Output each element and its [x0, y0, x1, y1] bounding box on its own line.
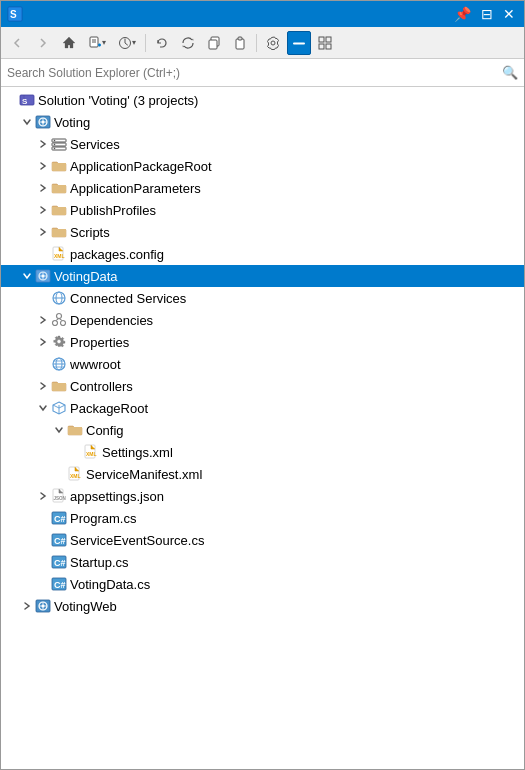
tree-item-dependencies[interactable]: Dependencies — [1, 309, 524, 331]
expand-icon-properties[interactable] — [35, 334, 51, 350]
settings-button[interactable] — [261, 31, 285, 55]
node-label-wwwroot: wwwroot — [70, 357, 121, 372]
expand-icon-votingdata[interactable] — [19, 268, 35, 284]
close-button[interactable]: ✕ — [500, 7, 518, 21]
title-bar: S 📌 ⊟ ✕ — [1, 1, 524, 27]
undo-button[interactable] — [150, 31, 174, 55]
svg-point-30 — [54, 144, 56, 146]
svg-point-44 — [61, 321, 66, 326]
expand-icon-voting[interactable] — [19, 114, 35, 130]
node-label-servicemanifest: ServiceManifest.xml — [86, 467, 202, 482]
node-icon-dependencies — [51, 312, 67, 328]
expand-icon-apppackageroot[interactable] — [35, 158, 51, 174]
expand-icon-solution — [3, 92, 19, 108]
node-label-controllers: Controllers — [70, 379, 133, 394]
expand-icon-publishprofiles[interactable] — [35, 202, 51, 218]
tree-item-votingdata-cs[interactable]: C# VotingData.cs — [1, 573, 524, 595]
node-icon-apppackageroot — [51, 158, 67, 174]
tree-item-votingweb[interactable]: VotingWeb — [1, 595, 524, 617]
tree-item-controllers[interactable]: Controllers — [1, 375, 524, 397]
tree-item-voting[interactable]: Voting — [1, 111, 524, 133]
tree-item-servicemanifest[interactable]: XML ServiceManifest.xml — [1, 463, 524, 485]
solution-explorer-icon: S — [7, 6, 23, 22]
node-label-settings: Settings.xml — [102, 445, 173, 460]
tree-item-wwwroot[interactable]: wwwroot — [1, 353, 524, 375]
node-label-serviceeventsource: ServiceEventSource.cs — [70, 533, 204, 548]
back-button[interactable] — [5, 31, 29, 55]
svg-rect-9 — [209, 40, 217, 49]
node-label-publishprofiles: PublishProfiles — [70, 203, 156, 218]
expand-icon-startup — [35, 554, 51, 570]
history-button[interactable]: ▾ — [113, 31, 141, 55]
svg-text:C#: C# — [54, 536, 66, 546]
svg-text:S: S — [22, 97, 28, 106]
node-icon-votingweb — [35, 598, 51, 614]
tree-item-startup[interactable]: C# Startup.cs — [1, 551, 524, 573]
tree-item-solution[interactable]: S Solution 'Voting' (3 projects) — [1, 89, 524, 111]
tree-item-serviceeventsource[interactable]: C# ServiceEventSource.cs — [1, 529, 524, 551]
svg-text:C#: C# — [54, 514, 66, 524]
expand-icon-dependencies[interactable] — [35, 312, 51, 328]
tree-item-apppackageroot[interactable]: ApplicationPackageRoot — [1, 155, 524, 177]
tree-item-connected[interactable]: Connected Services — [1, 287, 524, 309]
svg-line-54 — [53, 405, 59, 408]
node-label-startup: Startup.cs — [70, 555, 129, 570]
node-icon-wwwroot — [51, 356, 67, 372]
title-bar-controls: 📌 ⊟ ✕ — [451, 7, 518, 21]
tree-item-publishprofiles[interactable]: PublishProfiles — [1, 199, 524, 221]
node-icon-appsettings: JSON — [51, 488, 67, 504]
svg-line-45 — [56, 319, 59, 321]
expand-icon-packageroot[interactable] — [35, 400, 51, 416]
svg-line-55 — [59, 405, 65, 408]
node-icon-services — [51, 136, 67, 152]
expand-icon-votingweb[interactable] — [19, 598, 35, 614]
svg-rect-13 — [293, 42, 305, 44]
tree-item-services[interactable]: Services — [1, 133, 524, 155]
svg-text:XML: XML — [70, 473, 81, 479]
tree-item-appsettings[interactable]: JSON appsettings.json — [1, 485, 524, 507]
expand-icon-scripts[interactable] — [35, 224, 51, 240]
node-icon-voting — [35, 114, 51, 130]
search-input[interactable] — [7, 66, 502, 80]
minimize-button[interactable]: ⊟ — [478, 7, 496, 21]
copy-button[interactable] — [202, 31, 226, 55]
home-button[interactable] — [57, 31, 81, 55]
svg-text:XML: XML — [86, 451, 97, 457]
svg-text:C#: C# — [54, 558, 66, 568]
expand-icon-appparameters[interactable] — [35, 180, 51, 196]
node-label-votingdata: VotingData — [54, 269, 118, 284]
minus-button[interactable] — [287, 31, 311, 55]
expand-icon-connected — [35, 290, 51, 306]
grid-button[interactable] — [313, 31, 337, 55]
solution-tree[interactable]: S Solution 'Voting' (3 projects) Voting … — [1, 87, 524, 769]
tree-item-program[interactable]: C# Program.cs — [1, 507, 524, 529]
tree-item-packages[interactable]: XML packages.config — [1, 243, 524, 265]
tree-item-scripts[interactable]: Scripts — [1, 221, 524, 243]
expand-icon-services[interactable] — [35, 136, 51, 152]
tree-item-properties[interactable]: Properties — [1, 331, 524, 353]
tree-item-packageroot[interactable]: PackageRoot — [1, 397, 524, 419]
pin-button[interactable]: 📌 — [451, 7, 474, 21]
svg-text:C#: C# — [54, 580, 66, 590]
expand-icon-config[interactable] — [51, 422, 67, 438]
node-label-scripts: Scripts — [70, 225, 110, 240]
tree-item-votingdata[interactable]: VotingData — [1, 265, 524, 287]
expand-icon-controllers[interactable] — [35, 378, 51, 394]
forward-button[interactable] — [31, 31, 55, 55]
node-icon-appparameters — [51, 180, 67, 196]
node-icon-scripts — [51, 224, 67, 240]
svg-text:JSON: JSON — [54, 496, 66, 501]
tree-item-config[interactable]: Config — [1, 419, 524, 441]
expand-icon-appsettings[interactable] — [35, 488, 51, 504]
node-label-packageroot: PackageRoot — [70, 401, 148, 416]
paste-button[interactable] — [228, 31, 252, 55]
node-label-properties: Properties — [70, 335, 129, 350]
node-icon-votingdata — [35, 268, 51, 284]
new-file-button[interactable]: ▾ — [83, 31, 111, 55]
tree-item-settings[interactable]: XML Settings.xml — [1, 441, 524, 463]
svg-rect-17 — [326, 44, 331, 49]
expand-icon-packages — [35, 246, 51, 262]
sync-button[interactable] — [176, 31, 200, 55]
svg-line-46 — [59, 319, 62, 321]
tree-item-appparameters[interactable]: ApplicationParameters — [1, 177, 524, 199]
